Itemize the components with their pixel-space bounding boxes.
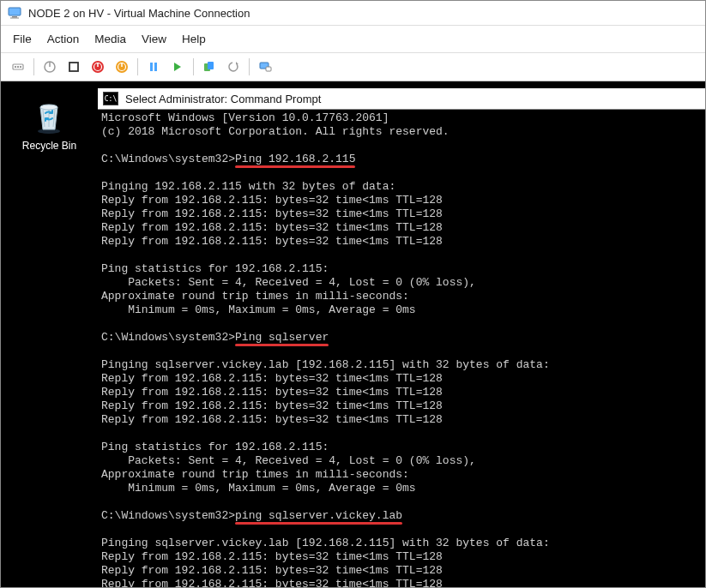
- desktop-icons: Recycle Bin: [1, 81, 98, 588]
- toolbar-separator: [193, 58, 194, 75]
- console-line: Reply from 192.168.2.115: bytes=32 time<…: [101, 372, 443, 385]
- svg-rect-6: [20, 66, 21, 68]
- svg-rect-4: [15, 66, 16, 68]
- console-line: (c) 2018 Microsoft Corporation. All righ…: [101, 125, 450, 138]
- console-line: Reply from 192.168.2.115: bytes=32 time<…: [101, 413, 443, 426]
- toolbar: [1, 53, 705, 81]
- svg-rect-2: [10, 18, 19, 19]
- vm-desktop: Recycle Bin C:\ Select Administrator: Co…: [1, 81, 705, 588]
- console-line: Reply from 192.168.2.115: bytes=32 time<…: [101, 235, 443, 248]
- console-line: Packets: Sent = 4, Received = 4, Lost = …: [101, 454, 476, 467]
- svg-rect-17: [154, 63, 157, 71]
- svg-rect-1: [12, 16, 17, 18]
- console-line: Reply from 192.168.2.115: bytes=32 time<…: [101, 399, 443, 412]
- svg-point-25: [40, 105, 57, 110]
- menu-media[interactable]: Media: [94, 33, 126, 45]
- console-line: Reply from 192.168.2.115: bytes=32 time<…: [101, 194, 443, 207]
- checkpoint-button[interactable]: [199, 57, 220, 77]
- svg-marker-21: [236, 62, 238, 64]
- console-line: Reply from 192.168.2.115: bytes=32 time<…: [101, 386, 443, 399]
- toolbar-separator: [33, 58, 34, 75]
- svg-rect-9: [69, 63, 78, 71]
- console-prompt: C:\Windows\system32>: [101, 509, 235, 522]
- menu-help[interactable]: Help: [182, 33, 206, 45]
- recycle-bin-icon[interactable]: Recycle Bin: [22, 95, 76, 152]
- toolbar-separator: [137, 58, 138, 75]
- vm-connection-icon: [8, 6, 21, 20]
- console-line: Approximate round trip times in milli-se…: [101, 468, 409, 481]
- console-line: Reply from 192.168.2.115: bytes=32 time<…: [101, 207, 443, 220]
- save-button[interactable]: [112, 57, 132, 77]
- pause-button[interactable]: [143, 57, 164, 77]
- menu-view[interactable]: View: [142, 33, 166, 45]
- start-button[interactable]: [39, 57, 60, 77]
- console-line: Pinging sqlserver.vickey.lab [192.168.2.…: [101, 358, 550, 371]
- shut-down-button[interactable]: [87, 57, 108, 77]
- console-command: Ping sqlserver: [235, 331, 329, 344]
- revert-button[interactable]: [223, 57, 244, 77]
- reset-button[interactable]: [167, 57, 188, 77]
- svg-rect-23: [266, 67, 271, 71]
- command-prompt-titlebar[interactable]: C:\ Select Administrator: Command Prompt: [98, 88, 705, 110]
- console-command: Ping 192.168.2.115: [235, 153, 355, 165]
- menu-action[interactable]: Action: [47, 33, 80, 45]
- command-prompt-title: Select Administrator: Command Prompt: [125, 93, 321, 105]
- console-prompt: C:\Windows\system32>: [101, 153, 235, 165]
- command-prompt-window: C:\ Select Administrator: Command Prompt…: [98, 88, 705, 588]
- console-line: Approximate round trip times in milli-se…: [101, 290, 409, 303]
- console-line: Microsoft Windows [Version 10.0.17763.20…: [101, 111, 389, 124]
- console-line: Pinging 192.168.2.115 with 32 bytes of d…: [101, 180, 395, 193]
- menubar: File Action Media View Help: [1, 26, 705, 53]
- svg-rect-5: [17, 66, 19, 68]
- svg-rect-20: [208, 62, 214, 69]
- console-line: Ping statistics for 192.168.2.115:: [101, 262, 329, 275]
- console-line: Pinging sqlserver.vickey.lab [192.168.2.…: [101, 537, 550, 549]
- svg-marker-18: [174, 63, 181, 71]
- enhanced-session-button[interactable]: [255, 57, 275, 77]
- console-prompt: C:\Windows\system32>: [101, 331, 235, 344]
- recycle-bin-label: Recycle Bin: [22, 140, 76, 152]
- console-command: ping sqlserver.vickey.lab: [235, 509, 402, 522]
- console-line: Reply from 192.168.2.115: bytes=32 time<…: [101, 564, 443, 577]
- menu-file[interactable]: File: [13, 33, 32, 45]
- svg-rect-16: [150, 63, 153, 71]
- console-line: Reply from 192.168.2.115: bytes=32 time<…: [101, 550, 443, 563]
- console-line: Reply from 192.168.2.115: bytes=32 time<…: [101, 578, 443, 588]
- ctrl-alt-del-button[interactable]: [8, 57, 28, 77]
- turn-off-button[interactable]: [63, 57, 84, 77]
- command-prompt-body[interactable]: Microsoft Windows [Version 10.0.17763.20…: [98, 110, 705, 588]
- console-line: Minimum = 0ms, Maximum = 0ms, Average = …: [101, 303, 416, 316]
- toolbar-separator: [249, 58, 250, 75]
- console-line: Ping statistics for 192.168.2.115:: [101, 441, 329, 453]
- svg-rect-0: [9, 8, 21, 15]
- console-line: Packets: Sent = 4, Received = 4, Lost = …: [101, 276, 476, 289]
- console-line: Minimum = 0ms, Maximum = 0ms, Average = …: [101, 482, 416, 495]
- window-title: NODE 2 on HV - Virtual Machine Connectio…: [28, 7, 250, 20]
- console-line: Reply from 192.168.2.115: bytes=32 time<…: [101, 221, 443, 234]
- command-prompt-icon: C:\: [103, 92, 118, 105]
- window-titlebar: NODE 2 on HV - Virtual Machine Connectio…: [1, 1, 705, 26]
